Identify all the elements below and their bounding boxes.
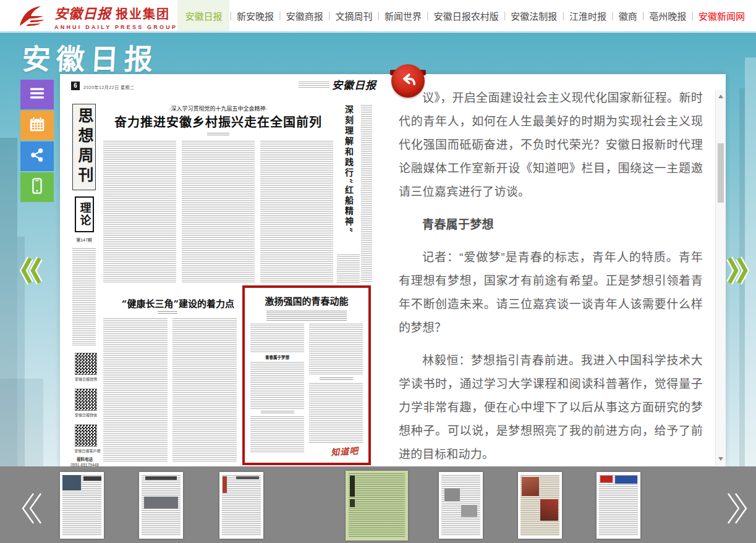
section-box-sixiang-zhoukan: 思想周刊 [72,104,96,190]
nav-item-9[interactable]: 徽商 [614,0,642,31]
background-building [0,379,43,466]
article-scrollbar[interactable] [715,90,726,465]
previous-page-button[interactable] [20,255,42,286]
highlighted-article-columns: 青春属于梦想 [250,324,363,452]
article-columns-bottom [103,318,237,462]
page-thumbnail-2[interactable] [139,472,183,539]
nav-item-4[interactable]: 文摘周刊 [330,0,377,31]
qr-caption: 安徽日报客户端 [75,447,98,453]
article-paragraph: 记者：“爱做梦”是青春的标志，青年人的特质。青年有理想有梦想，国家才有前途有希望… [399,246,703,340]
article-columns-top [103,141,333,283]
sidebar-share-button[interactable] [20,141,54,171]
next-chevrons-icon [727,255,749,286]
byline-block [207,133,229,137]
thumbnails-prev-button[interactable] [17,489,45,528]
nav-item-5[interactable]: 新闻世界 [380,0,427,31]
highlighted-article-box[interactable]: 激扬强国的青春动能 青春属于梦想 知 [242,285,371,465]
page-date: 2020年12月22日 星期二 [83,84,135,90]
prev-chevrons-icon [20,255,42,286]
thumbnail-page-preview [520,475,559,536]
nav-item-7[interactable]: 安徽法制报 [506,0,562,31]
qr-code [75,425,96,446]
next-page-button[interactable] [727,255,749,286]
epaper-masthead: 安徽日报 [21,36,159,77]
page-thumbnail-7[interactable] [597,472,640,539]
qr-code-block: 安徽日报客户端 [74,425,98,453]
page-thumbnail-1[interactable] [60,472,104,539]
logo-group-cn: 报业集团 [116,4,170,22]
qr-code [75,389,96,410]
sidebar-calendar-button[interactable] [20,111,54,140]
thumbnail-page-preview [222,475,261,536]
rail-text-block [72,248,96,346]
scrollbar-thumb[interactable] [718,143,724,203]
share-icon [28,146,46,167]
masthead-note [299,82,329,88]
reader-stage: 安徽日报 6 2020年12月22日 星期二 安徽日报 思想周刊 理论 第147… [0,33,756,543]
thumbnails-next-icon [724,489,752,528]
main-headline: 奋力推进安徽乡村振兴走在全国前列 [103,112,333,130]
thumbnail-page-preview [62,475,101,536]
tool-sidebar [20,80,54,203]
issue-number: 第147期 [70,237,98,243]
logo-name-cn: 安徽日报 [54,2,111,22]
highlighted-article-byline [266,311,347,321]
thumbnail-page-preview [349,473,405,538]
nav-item-3[interactable]: 安徽商报 [281,0,328,31]
article-column-right-lower [337,255,360,283]
qr-code-block: 安徽日报微信 [74,389,98,418]
page-thumbnail-4-selected[interactable] [346,471,408,541]
page-number-badge: 6 [71,82,80,90]
newspaper-nav: 安徽日报|新安晚报|安徽商报|文摘周刊|新闻世界|安徽日报农村版|安徽法制报|江… [177,0,750,31]
page-thumbnail-strip [0,466,756,543]
qr-code [75,353,96,374]
page-thumbnail-5[interactable] [439,472,483,539]
vertical-headline: 深刻理解和践行“红船精神” [339,105,358,247]
qr-caption: 安徽日报微博 [75,376,98,381]
back-arrow-icon [398,70,418,90]
page-thumbnail-3[interactable] [219,472,263,539]
thumbnails-next-button[interactable] [724,489,752,528]
qr-code-block: 安徽日报微博 [74,353,98,382]
article-kicker: ·深入学习贯彻党的十九届五中全会精神· [103,104,333,112]
nav-item-11[interactable]: 安徽新闻网 [694,0,750,31]
article-paragraph: 林毅恒：梦想指引青春前进。我进入中国科学技术大学读书时，通过学习大学课程和阅读科… [399,349,703,466]
logo-name-en: ANHUI DAILY PRESS GROUP [54,24,177,30]
nav-item-2[interactable]: 新安晚报 [232,0,279,31]
byline-block-2 [158,311,177,314]
newspaper-page-image[interactable]: 6 2020年12月22日 星期二 安徽日报 思想周刊 理论 第147期 安徽日… [60,74,383,466]
article-text-panel: 议》，开启全面建设社会主义现代化国家新征程。新时代的青年人，如何在人生最美好的时… [399,74,703,466]
back-button[interactable] [390,70,426,104]
article-subhead: 青春属于梦想 [399,213,703,237]
scroll-down-icon[interactable] [716,454,726,464]
nav-item-6[interactable]: 安徽日报农村版 [429,0,504,31]
thumbnail-page-preview [142,475,181,536]
newspaper-masthead: 安徽日报 [332,77,376,92]
boxed-subhead: 青春属于梦想 [250,354,304,360]
thumbnail-page-preview [599,475,638,536]
nav-item-10[interactable]: 亳州晚报 [644,0,691,31]
second-headline: “健康长三角”建设的着力点 [103,297,253,309]
sidebar-menu-button[interactable] [20,80,54,109]
thumbnails-prev-icon [17,489,45,528]
nav-item-8[interactable]: 江淮时报 [564,0,611,31]
page-thumbnail-6[interactable] [518,472,562,539]
article-column-right [361,105,372,283]
menu-icon [28,84,46,105]
thumbnail-page-preview [441,475,480,536]
nav-item-1[interactable]: 安徽日报 [177,0,229,31]
sidebar-mobile-button[interactable] [20,172,54,202]
article-paragraph: 议》，开启全面建设社会主义现代化国家新征程。新时代的青年人，如何在人生最美好的时… [399,86,703,204]
logo-swoosh-icon [16,4,49,30]
zhidaoba-seal: 知道吧 [330,444,359,458]
reader-panel: 6 2020年12月22日 星期二 安徽日报 思想周刊 理论 第147期 安徽日… [60,74,726,466]
calendar-icon [28,115,46,136]
press-group-logo[interactable]: 安徽日报 报业集团 ANHUI DAILY PRESS GROUP [16,2,177,30]
mobile-icon [28,177,46,198]
qr-caption: 安徽日报微信 [75,411,98,417]
contact-line: 报料电话 [67,457,102,462]
top-header: 安徽日报 报业集团 ANHUI DAILY PRESS GROUP 安徽日报|新… [0,0,756,33]
scroll-up-icon[interactable] [716,91,726,101]
column-box-lilun: 理论 [75,196,94,232]
highlighted-article-title: 激扬强国的青春动能 [250,294,363,307]
